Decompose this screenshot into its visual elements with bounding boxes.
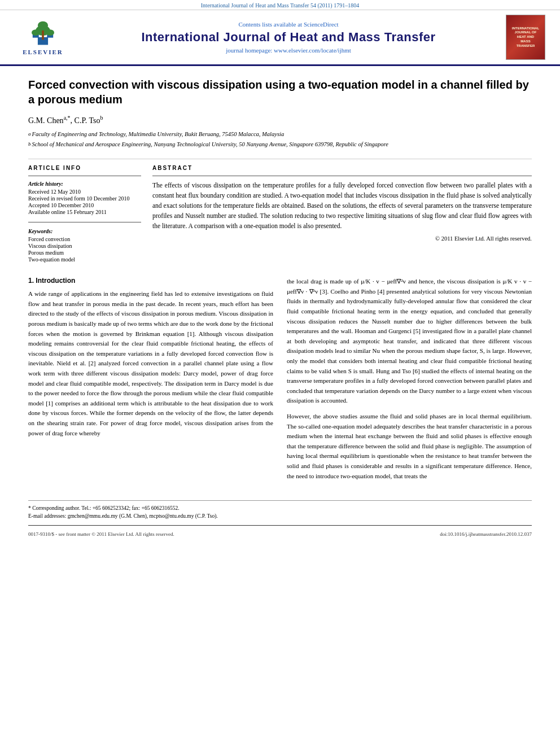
header-divider [28, 159, 532, 159]
affil-b-sup: b [28, 140, 31, 148]
author2-sup: b [100, 115, 103, 121]
history-label: Article history: [28, 181, 141, 187]
info-divider [28, 176, 141, 176]
elsevier-logo-block: ELSEVIER [9, 19, 77, 55]
svg-point-5 [46, 29, 54, 36]
affil-b-text: School of Mechanical and Aerospace Engin… [32, 140, 388, 150]
cover-title-text: INTERNATIONALJOURNAL OFHEAT ANDMASSTRANS… [512, 27, 540, 49]
author1-name: G.M. Chen [28, 116, 64, 125]
affil-a-line: a Faculty of Engineering and Technology,… [28, 130, 532, 139]
affil-a-text: Faculty of Engineering and Technology, M… [32, 130, 285, 139]
keyword-3: Porous medium [28, 250, 141, 256]
article-body-columns: 1. Introduction A wide range of applicat… [28, 277, 532, 487]
authors-line: G.M. Chena,*, C.P. Tsob [28, 115, 532, 125]
right-column: the local drag is made up of μ/K · v − μ… [287, 277, 532, 487]
author2-name: , C.P. Tso [71, 116, 100, 125]
journal-name: International Journal of Heat and Mass T… [77, 30, 500, 45]
email1: gmchen@mmu.edu.my (G.M. Chen), [68, 513, 148, 519]
article-info-heading: ARTICLE INFO [28, 165, 141, 171]
right-para1: the local drag is made up of μ/K · v − μ… [287, 277, 532, 406]
journal-cover-block: INTERNATIONALJOURNAL OFHEAT ANDMASSTRANS… [500, 15, 551, 60]
keywords-divider [28, 222, 141, 222]
keyword-1: Forced convection [28, 236, 141, 242]
article-info-column: ARTICLE INFO Article history: Received 1… [28, 165, 141, 263]
intro-heading: 1. Introduction [28, 277, 273, 285]
abstract-divider [152, 176, 532, 176]
keywords-section: Keywords: Forced convection Viscous diss… [28, 228, 141, 263]
right-para2: However, the above studies assume the fl… [287, 412, 532, 481]
article-info-abstract: ARTICLE INFO Article history: Received 1… [28, 165, 532, 263]
affil-b-line: b School of Mechanical and Aerospace Eng… [28, 140, 532, 150]
corresponding-text: * Corresponding author. Tel.: +65 606252… [28, 505, 180, 511]
affil-a-sup: a [28, 130, 31, 138]
article-title: Forced convection with viscous dissipati… [28, 77, 532, 107]
email2: mcptso@ntu.edu.my (C.P. Tso). [150, 513, 218, 519]
journal-url: journal homepage: www.elsevier.com/locat… [77, 47, 500, 54]
abstract-text: The effects of viscous dissipation on th… [152, 181, 532, 231]
article-history: Article history: Received 12 May 2010 Re… [28, 181, 141, 215]
footer-bar: 0017-9310/$ - see front matter © 2011 El… [28, 525, 532, 537]
copyright-footer: 0017-9310/$ - see front matter © 2011 El… [28, 531, 174, 537]
received-revised-date: Received in revised form 10 December 201… [28, 195, 141, 202]
left-column: 1. Introduction A wide range of applicat… [28, 277, 273, 487]
copyright-notice: © 2011 Elsevier Ltd. All rights reserved… [152, 235, 532, 242]
citation-text: International Journal of Heat and Mass T… [201, 2, 359, 8]
keywords-label: Keywords: [28, 228, 141, 234]
main-content: Forced convection with viscous dissipati… [0, 66, 560, 548]
abstract-heading: ABSTRACT [152, 165, 532, 171]
journal-header: ELSEVIER Contents lists available at Sci… [0, 10, 560, 66]
accepted-date: Accepted 10 December 2010 [28, 202, 141, 208]
article-footer: * Corresponding author. Tel.: +65 606252… [28, 500, 532, 537]
keyword-2: Viscous dissipation [28, 243, 141, 249]
contents-prefix: Contents lists available at [238, 21, 303, 28]
top-citation-bar: International Journal of Heat and Mass T… [0, 0, 560, 10]
svg-point-4 [32, 29, 40, 36]
corresponding-footnote: * Corresponding author. Tel.: +65 606252… [28, 504, 532, 521]
intro-para1: A wide range of applications in the engi… [28, 289, 273, 438]
journal-cover-image: INTERNATIONALJOURNAL OFHEAT ANDMASSTRANS… [506, 15, 545, 60]
affiliations: a Faculty of Engineering and Technology,… [28, 130, 532, 150]
footer-bottom: 0017-9310/$ - see front matter © 2011 El… [28, 531, 532, 537]
author1-sup: a,* [64, 115, 71, 121]
svg-rect-7 [42, 30, 44, 40]
email-label: E-mail addresses: [28, 513, 66, 519]
keyword-4: Two-equation model [28, 256, 141, 263]
svg-point-6 [38, 21, 48, 30]
available-date: Available online 15 February 2011 [28, 209, 141, 215]
sciencedirect-link: Contents lists available at ScienceDirec… [77, 21, 500, 28]
journal-title-block: Contents lists available at ScienceDirec… [77, 21, 500, 54]
sciencedirect-text[interactable]: ScienceDirect [304, 21, 339, 28]
doi-text: doi:10.1016/j.ijheatmasstransfer.2010.12… [440, 531, 532, 537]
abstract-section: ABSTRACT The effects of viscous dissipat… [152, 165, 532, 263]
elsevier-wordmark: ELSEVIER [23, 49, 63, 55]
elsevier-tree-icon [26, 19, 60, 47]
received-date: Received 12 May 2010 [28, 189, 141, 195]
